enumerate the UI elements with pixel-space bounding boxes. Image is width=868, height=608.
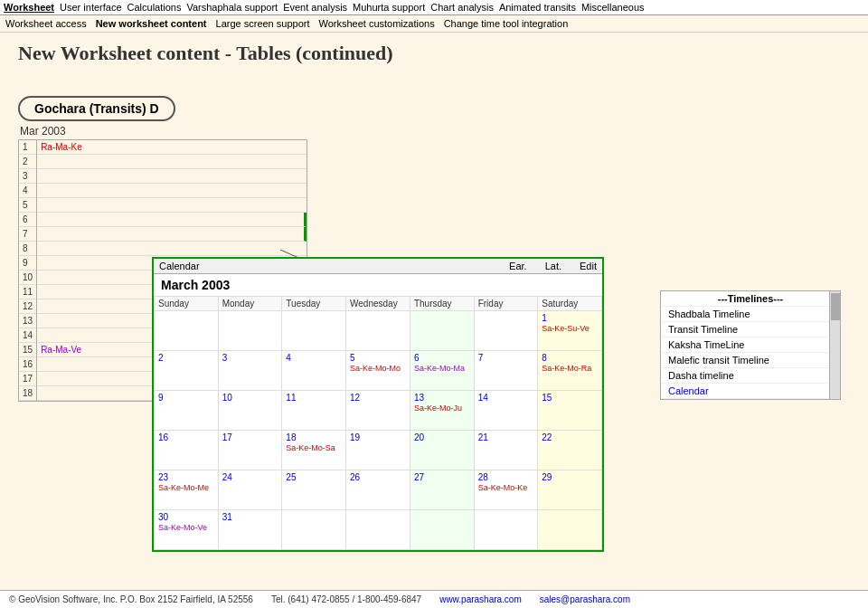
scrollbar-thumb[interactable] [831, 293, 840, 320]
nav-muhurta[interactable]: Muhurta support [353, 2, 425, 13]
cell-w3-fri: 14 [474, 391, 538, 431]
cell-3 [37, 169, 307, 184]
main-content: New Worksheet content - Tables (continue… [0, 33, 868, 89]
cell-2 [37, 155, 307, 169]
gochara-header: Gochara (Transits) D [18, 96, 175, 121]
table-row: 9 10 11 12 13 Sa-Ke-Mo-Ju [155, 391, 602, 431]
cell-w6-thu [410, 510, 474, 550]
cell-w5-thu: 27 [410, 470, 474, 510]
timeline-kaksha[interactable]: Kaksha TimeLine [661, 337, 840, 353]
nav2-worksheet-customizations[interactable]: Worksheet customizations [318, 18, 434, 29]
cell-w3-tue: 11 [282, 391, 346, 431]
cell-w6-fri [474, 510, 538, 550]
calendar-table: Sunday Monday Tuesday Wednesday Thursday… [154, 296, 602, 550]
cell-w5-mon: 24 [218, 470, 282, 510]
calendar-month-title: March 2003 [154, 274, 602, 296]
cell-w3-sat: 15 [538, 391, 602, 431]
col-thursday: Thursday [410, 297, 474, 311]
footer-email[interactable]: sales@parashara.com [540, 594, 630, 604]
cell-8 [37, 242, 307, 256]
row-num-16: 16 [19, 357, 36, 372]
row-num-10: 10 [19, 271, 36, 285]
col-friday: Friday [474, 297, 538, 311]
cell-4 [37, 184, 307, 198]
cell-w4-sat: 22 [538, 431, 602, 470]
cell-w1-thu [410, 311, 474, 351]
cell-w4-tue: 18 Sa-Ke-Mo-Sa [282, 431, 346, 470]
cell-w5-wed: 26 [346, 470, 410, 510]
gochara-month: Mar 2003 [20, 125, 307, 138]
cell-7 [37, 227, 307, 242]
col-sunday: Sunday [155, 297, 219, 311]
cell-w2-wed: 5 Sa-Ke-Mo-Mo [346, 351, 410, 391]
cell-w3-thu: 13 Sa-Ke-Mo-Ju [410, 391, 474, 431]
table-row: 30 Sa-Ke-Mo-Ve 31 [155, 510, 602, 550]
scrollbar[interactable] [829, 291, 840, 399]
cell-w3-sun: 9 [155, 391, 219, 431]
row-num-14: 14 [19, 328, 36, 343]
cell-w6-sun: 30 Sa-Ke-Mo-Ve [155, 510, 219, 550]
day-1: 1 [542, 313, 547, 323]
nav2-large-screen[interactable]: Large screen support [216, 18, 310, 29]
timeline-malefic[interactable]: Malefic transit Timeline [661, 353, 840, 368]
nav-event-analysis[interactable]: Event analysis [283, 2, 347, 13]
row-num-18: 18 [19, 386, 36, 401]
timeline-shadbala[interactable]: Shadbala Timeline [661, 307, 840, 322]
cell-w5-sun: 23 Sa-Ke-Mo-Me [155, 470, 219, 510]
cell-w1-wed [346, 311, 410, 351]
nav-animated-transits[interactable]: Animated transits [499, 2, 576, 13]
table-row: 23 Sa-Ke-Mo-Me 24 25 26 27 [155, 470, 602, 510]
row-num-3: 3 [19, 169, 36, 184]
row-num-13: 13 [19, 314, 36, 328]
nav2-new-worksheet-content[interactable]: New worksheet content [96, 18, 207, 29]
calendar-lat[interactable]: Lat. [545, 261, 561, 271]
timeline-transit[interactable]: Transit Timeline [661, 322, 840, 337]
nav-user-interface[interactable]: User interface [60, 2, 121, 13]
calendar-edit[interactable]: Edit [580, 261, 597, 271]
cell-w6-mon: 31 [218, 510, 282, 550]
cell-w4-wed: 19 [346, 431, 410, 470]
cell-w5-tue: 25 [282, 470, 346, 510]
nav2-worksheet-access[interactable]: Worksheet access [5, 18, 87, 29]
nav2-change-time[interactable]: Change time tool integration [444, 18, 569, 29]
calendar-toolbar: Calendar Ear. Lat. Edit [154, 259, 602, 274]
entry-1-sat: Sa-Ke-Su-Ve [542, 324, 590, 333]
row-num-9: 9 [19, 256, 36, 271]
cell-w5-fri: 28 Sa-Ke-Mo-Ke [474, 470, 538, 510]
nav-varshaphala[interactable]: Varshaphala support [186, 2, 278, 13]
cell-w2-mon: 3 [218, 351, 282, 391]
cell-w1-mon [218, 311, 282, 351]
calendar-ear[interactable]: Ear. [509, 261, 527, 271]
cell-6 [37, 213, 307, 227]
nav-calculations[interactable]: Calculations [127, 2, 182, 13]
timelines-panel: ---Timelines--- Shadbala Timeline Transi… [660, 290, 841, 400]
timeline-calendar[interactable]: Calendar [661, 384, 840, 399]
calendar-panel: Calendar Ear. Lat. Edit March 2003 Sunda… [152, 257, 604, 552]
footer-website[interactable]: www.parashara.com [439, 594, 522, 604]
top-navigation: Worksheet User interface Calculations Va… [0, 0, 868, 15]
nav-miscellaneous[interactable]: Miscellaneous [581, 2, 645, 13]
nav-chart-analysis[interactable]: Chart analysis [430, 2, 494, 13]
cell-w2-thu: 6 Sa-Ke-Mo-Ma [410, 351, 474, 391]
calendar-label[interactable]: Calendar [159, 261, 200, 271]
cell-5 [37, 198, 307, 213]
cell-w6-tue [282, 510, 346, 550]
row-num-8: 8 [19, 242, 36, 256]
page-title: New Worksheet content - Tables (continue… [18, 42, 850, 65]
col-tuesday: Tuesday [282, 297, 346, 311]
second-navigation: Worksheet access New worksheet content L… [0, 15, 868, 33]
cell-w6-wed [346, 510, 410, 550]
cell-w1-sun [155, 311, 219, 351]
timeline-dasha[interactable]: Dasha timeline [661, 368, 840, 384]
row-num-17: 17 [19, 372, 36, 386]
row-num-2: 2 [19, 155, 36, 169]
col-saturday: Saturday [538, 297, 602, 311]
row-num-1: 1 [19, 140, 36, 155]
footer-copyright: © GeoVision Software, Inc. P.O. Box 2152… [9, 594, 253, 604]
nav-worksheet[interactable]: Worksheet [4, 2, 54, 13]
table-row: 2 3 4 5 Sa-Ke-Mo-Mo 6 Sa-Ke-Mo-Ma [155, 351, 602, 391]
row-num-11: 11 [19, 285, 36, 299]
row-num-15: 15 [19, 343, 36, 357]
cell-1: Ra-Ma-Ke [37, 140, 307, 155]
footer-tel: Tel. (641) 472-0855 / 1-800-459-6847 [271, 594, 421, 604]
